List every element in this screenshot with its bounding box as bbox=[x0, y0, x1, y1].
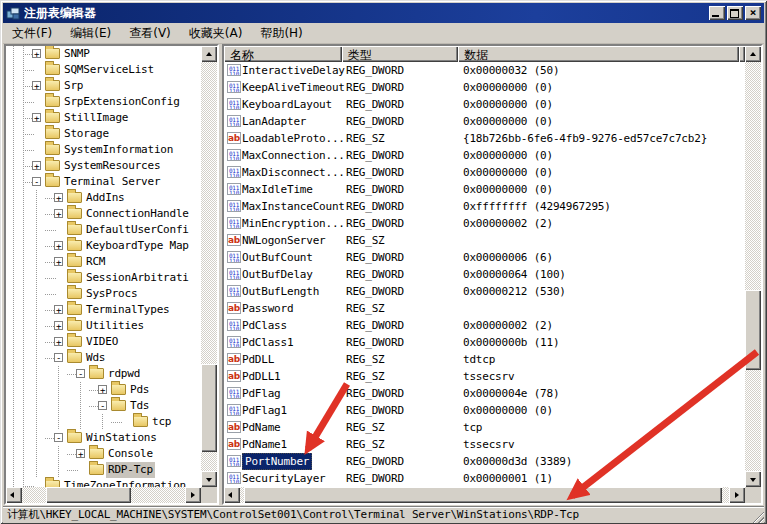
collapse-icon[interactable]: - bbox=[54, 353, 63, 362]
tree-item[interactable]: SQMServiceList bbox=[6, 62, 201, 78]
menu-item[interactable]: 编辑(E) bbox=[61, 23, 120, 44]
registry-value-row[interactable]: 011110OutBufDelayREG_DWORD0x00000064 (10… bbox=[224, 266, 745, 283]
registry-value-row[interactable]: abPdDLL1REG_SZtssecsrv bbox=[224, 368, 745, 385]
expand-icon[interactable]: + bbox=[54, 321, 63, 330]
registry-value-row[interactable]: 011110KeepAliveTimeoutREG_DWORD0x0000000… bbox=[224, 79, 745, 96]
collapse-icon[interactable]: - bbox=[32, 177, 41, 186]
registry-value-row[interactable]: 011110OutBufCountREG_DWORD0x00000006 (6) bbox=[224, 249, 745, 266]
tree-item[interactable]: +StillImage bbox=[6, 110, 201, 126]
expand-icon[interactable]: + bbox=[54, 241, 63, 250]
expand-icon[interactable]: + bbox=[32, 81, 41, 90]
expand-icon[interactable]: + bbox=[32, 113, 41, 122]
list-vertical-scrollbar[interactable] bbox=[745, 46, 761, 487]
minimize-button[interactable] bbox=[709, 6, 725, 20]
expand-icon[interactable]: + bbox=[54, 209, 63, 218]
expand-icon[interactable]: + bbox=[54, 337, 63, 346]
registry-value-row[interactable]: 011110PdFlagREG_DWORD0x0000004e (78) bbox=[224, 385, 745, 402]
tree-item[interactable]: +ConnectionHandle bbox=[6, 206, 201, 222]
tree-item[interactable]: SystemInformation bbox=[6, 142, 201, 158]
close-button[interactable]: × bbox=[745, 6, 761, 20]
menu-item[interactable]: 帮助(H) bbox=[251, 23, 311, 44]
maximize-button[interactable] bbox=[727, 6, 743, 20]
registry-value-row[interactable]: abNWLogonServerREG_SZ bbox=[224, 232, 745, 249]
registry-value-row[interactable]: 011110MaxIdleTimeREG_DWORD0x00000000 (0) bbox=[224, 181, 745, 198]
registry-tree[interactable]: +SNMPSQMServiceList+SrpSrpExtensionConfi… bbox=[6, 46, 201, 487]
expand-icon[interactable]: + bbox=[98, 385, 107, 394]
registry-value-row[interactable]: 011110OutBufLengthREG_DWORD0x00000212 (5… bbox=[224, 283, 745, 300]
title-bar[interactable]: 注册表编辑器 × bbox=[3, 3, 764, 23]
registry-value-row[interactable]: 011110PortNumberREG_DWORD0x00000d3d (338… bbox=[224, 453, 745, 470]
list-hscroll-thumb[interactable] bbox=[244, 487, 722, 503]
tree-vscroll-thumb[interactable] bbox=[201, 364, 217, 452]
registry-value-row[interactable]: abPasswordREG_SZ bbox=[224, 300, 745, 317]
registry-value-row[interactable]: 011110InteractiveDelayREG_DWORD0x0000003… bbox=[224, 62, 745, 79]
tree-item[interactable]: DefaultUserConfi bbox=[6, 222, 201, 238]
registry-value-row[interactable]: abLoadableProto...REG_SZ{18b726bb-6fe6-4… bbox=[224, 130, 745, 147]
tree-item[interactable]: +VIDEO bbox=[6, 334, 201, 350]
tree-item[interactable]: +SNMP bbox=[6, 46, 201, 62]
list-horizontal-scrollbar[interactable] bbox=[224, 487, 745, 503]
tree-item[interactable]: -Terminal Server bbox=[6, 174, 201, 190]
tree-item[interactable]: +AddIns bbox=[6, 190, 201, 206]
registry-value-row[interactable]: 011110LanAdapterREG_DWORD0x00000000 (0) bbox=[224, 113, 745, 130]
expand-icon[interactable]: + bbox=[54, 305, 63, 314]
scroll-right-icon[interactable] bbox=[185, 487, 201, 503]
registry-value-row[interactable]: abPdNameREG_SZtcp bbox=[224, 419, 745, 436]
tree-item[interactable]: -Tds bbox=[6, 398, 201, 414]
registry-value-row[interactable]: 011110PdClassREG_DWORD0x00000002 (2) bbox=[224, 317, 745, 334]
tree-item[interactable]: SysProcs bbox=[6, 286, 201, 302]
registry-value-row[interactable]: 011110KeyboardLayoutREG_DWORD0x00000000 … bbox=[224, 96, 745, 113]
scroll-left-icon[interactable] bbox=[6, 487, 22, 503]
registry-values-list[interactable]: 011110InteractiveDelayREG_DWORD0x0000003… bbox=[224, 62, 745, 487]
tree-item[interactable]: SessionArbitrati bbox=[6, 270, 201, 286]
column-header-type[interactable]: 类型 bbox=[342, 46, 459, 62]
menu-item[interactable]: 文件(F) bbox=[3, 23, 61, 44]
tree-item[interactable]: -WinStations bbox=[6, 430, 201, 446]
tree-item[interactable]: +Utilities bbox=[6, 318, 201, 334]
tree-item[interactable]: Storage bbox=[6, 126, 201, 142]
registry-value-row[interactable]: 011110PdClass1REG_DWORD0x0000000b (11) bbox=[224, 334, 745, 351]
collapse-icon[interactable]: - bbox=[98, 401, 107, 410]
tree-hscroll-thumb[interactable] bbox=[46, 487, 131, 503]
tree-vertical-scrollbar[interactable] bbox=[201, 46, 217, 487]
scroll-down-icon[interactable] bbox=[201, 471, 217, 487]
tree-item[interactable]: +Console bbox=[6, 446, 201, 462]
tree-item[interactable]: TimeZoneInformation bbox=[6, 478, 201, 487]
tree-item[interactable]: -Wds bbox=[6, 350, 201, 366]
menu-item[interactable]: 查看(V) bbox=[120, 23, 180, 44]
menu-item[interactable]: 收藏夹(A) bbox=[180, 23, 252, 44]
tree-item[interactable]: RDP-Tcp bbox=[6, 462, 201, 478]
column-header-data[interactable]: 数据 bbox=[458, 46, 739, 62]
registry-value-row[interactable]: 011110MaxDisconnect...REG_DWORD0x0000000… bbox=[224, 164, 745, 181]
expand-icon[interactable]: + bbox=[54, 257, 63, 266]
collapse-icon[interactable]: - bbox=[54, 433, 63, 442]
scroll-right-icon[interactable] bbox=[729, 487, 745, 503]
expand-icon[interactable]: + bbox=[32, 49, 41, 58]
tree-item[interactable]: +RCM bbox=[6, 254, 201, 270]
tree-item[interactable]: SrpExtensionConfig bbox=[6, 94, 201, 110]
tree-item[interactable]: +Pds bbox=[6, 382, 201, 398]
tree-item[interactable]: +SystemResources bbox=[6, 158, 201, 174]
resize-grip-icon[interactable] bbox=[751, 510, 764, 523]
expand-icon[interactable]: + bbox=[54, 193, 63, 202]
tree-item[interactable]: tcp bbox=[6, 414, 201, 430]
registry-value-row[interactable]: 011110MaxConnection...REG_DWORD0x0000000… bbox=[224, 147, 745, 164]
registry-value-row[interactable]: 011110PdFlag1REG_DWORD0x00000000 (0) bbox=[224, 402, 745, 419]
registry-value-row[interactable]: 011110MinEncryption...REG_DWORD0x0000000… bbox=[224, 215, 745, 232]
registry-value-row[interactable]: abPdName1REG_SZtssecsrv bbox=[224, 436, 745, 453]
tree-item[interactable]: +TerminalTypes bbox=[6, 302, 201, 318]
tree-horizontal-scrollbar[interactable] bbox=[6, 487, 201, 503]
scroll-left-icon[interactable] bbox=[224, 487, 240, 503]
collapse-icon[interactable]: - bbox=[76, 369, 85, 378]
tree-item[interactable]: +KeyboardType Map bbox=[6, 238, 201, 254]
tree-item[interactable]: -rdpwd bbox=[6, 366, 201, 382]
tree-item[interactable]: +Srp bbox=[6, 78, 201, 94]
list-vscroll-thumb[interactable] bbox=[745, 290, 761, 370]
expand-icon[interactable]: + bbox=[76, 449, 85, 458]
scroll-down-icon[interactable] bbox=[745, 471, 761, 487]
registry-value-row[interactable]: 011110SecurityLayerREG_DWORD0x00000001 (… bbox=[224, 470, 745, 487]
registry-value-row[interactable]: abPdDLLREG_SZtdtcp bbox=[224, 351, 745, 368]
column-header-name[interactable]: 名称 bbox=[224, 46, 342, 62]
registry-value-row[interactable]: 011110MaxInstanceCountREG_DWORD0xfffffff… bbox=[224, 198, 745, 215]
scroll-up-icon[interactable] bbox=[201, 46, 217, 62]
